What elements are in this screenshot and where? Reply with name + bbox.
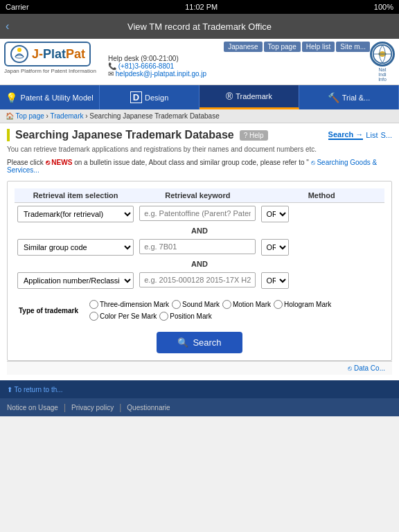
keyword-input-1[interactable] — [139, 206, 256, 221]
data-co-bar: ⎋ Data Co... — [7, 361, 392, 375]
keyword-input-2[interactable] — [139, 239, 256, 254]
main-nav: 💡 Patent & Utility Model D Design ® Trad… — [0, 85, 399, 109]
footer-sep-1: | — [64, 402, 66, 412]
method-select-3[interactable]: OR AND — [261, 272, 289, 289]
breadcrumb: 🏠 Top page › Trademark › Searching Japan… — [0, 109, 399, 123]
keyword-input-3[interactable] — [139, 272, 256, 287]
title-actions: Search → List S... — [328, 130, 392, 140]
news-link[interactable]: ⎋ NEWS — [46, 159, 73, 166]
method-select-1[interactable]: OR AND — [261, 206, 289, 222]
radio-three-dimension-input[interactable] — [89, 300, 98, 309]
battery-label: 100% — [374, 3, 393, 11]
phone-link[interactable]: (+81)3-6666-8801 — [118, 62, 174, 70]
retrieval-cell-3: Application number/Reclassification numb… — [15, 269, 136, 292]
registered-icon: ® — [226, 91, 233, 102]
radio-position-input[interactable] — [159, 312, 168, 321]
radio-hologram[interactable]: Hologram Mark — [274, 300, 331, 309]
page-content: Searching Japanese Trademark Database ? … — [0, 123, 399, 380]
table-row: Similar group code OR AND — [15, 236, 384, 258]
phone-icon: 📞 — [108, 62, 116, 70]
design-icon: D — [130, 91, 142, 103]
radio-group-1: Three-dimension Mark Sound Mark Motion M… — [89, 300, 380, 321]
trademark-types-label: Type of trademark — [16, 299, 85, 322]
logo-area: J-PlatPat Japan Platform for Patent Info… — [4, 42, 101, 74]
page-title: Searching Japanese Trademark Database — [15, 129, 234, 141]
breadcrumb-icon: 🏠 — [6, 112, 14, 120]
carrier-label: Carrier — [6, 3, 29, 11]
tab-design-label: Design — [145, 94, 168, 102]
radio-color[interactable]: Color Per Se Mark — [89, 312, 157, 321]
radio-motion[interactable]: Motion Mark — [222, 300, 271, 309]
svg-point-2 — [15, 55, 24, 58]
search-icon: 🔍 — [177, 337, 188, 348]
breadcrumb-trademark[interactable]: Trademark — [50, 112, 83, 120]
trademark-types-options: Three-dimension Mark Sound Mark Motion M… — [87, 299, 383, 322]
retrieval-cell-2: Similar group code — [15, 236, 136, 258]
logo-box: J-PlatPat — [4, 42, 91, 66]
list-action-link[interactable]: List — [366, 131, 378, 139]
nav-top-page[interactable]: Top page — [264, 42, 301, 52]
footer-notice-link[interactable]: Notice on Usage — [7, 404, 58, 411]
table-row: Application number/Reclassification numb… — [15, 269, 384, 292]
and-label-1: AND — [15, 225, 384, 236]
method-cell-2: OR AND — [258, 236, 384, 258]
col-header-method: Method — [258, 188, 384, 203]
footer-privacy-link[interactable]: Privacy policy — [71, 404, 114, 411]
method-select-2[interactable]: OR AND — [261, 239, 289, 256]
breadcrumb-current: Searching Japanese Trademark Database — [89, 112, 219, 120]
header: J-PlatPat Japan Platform for Patent Info… — [0, 39, 399, 85]
trial-icon: 🔨 — [328, 92, 339, 103]
page-title-row: Searching Japanese Trademark Database ? … — [7, 129, 392, 141]
breadcrumb-toppage[interactable]: Top page — [16, 112, 44, 120]
tab-trial[interactable]: 🔨 Trial &... — [299, 85, 399, 109]
radio-sound[interactable]: Sound Mark — [172, 300, 220, 309]
search-action-link[interactable]: Search → — [328, 130, 364, 140]
search-button[interactable]: 🔍 Search — [157, 332, 242, 353]
data-co-link[interactable]: ⎋ Data Co... — [348, 364, 385, 372]
retrieval-select-3[interactable]: Application number/Reclassification numb… — [17, 272, 134, 289]
keyword-cell-2 — [136, 236, 258, 258]
radio-hologram-input[interactable] — [274, 300, 283, 309]
nav-japanese[interactable]: Japanese — [224, 42, 262, 52]
search-button-label: Search — [193, 337, 221, 348]
and-row-2: AND — [15, 258, 384, 269]
helpdesk: Help desk (9:00-21:00) 📞 (+81)3-6666-880… — [108, 55, 370, 78]
search-btn-row: 🔍 Search — [15, 332, 384, 353]
back-button[interactable]: ‹ — [6, 20, 9, 33]
trademark-types-table: Type of trademark Three-dimension Mark S… — [15, 297, 384, 323]
tab-design[interactable]: D Design — [100, 85, 200, 109]
s-action-link[interactable]: S... — [380, 131, 392, 139]
table-row: Trademark(for retrieval) OR AND — [15, 203, 384, 226]
return-link[interactable]: ⬆ To return to th... — [7, 386, 63, 393]
radio-position[interactable]: Position Mark — [159, 312, 212, 321]
svg-point-1 — [17, 48, 21, 52]
and-label-2: AND — [15, 258, 384, 269]
radio-color-input[interactable] — [89, 312, 98, 321]
bottom-nav: ⬆ To return to th... — [0, 380, 399, 398]
help-button[interactable]: ? Help — [240, 130, 268, 141]
radio-three-dimension[interactable]: Three-dimension Mark — [89, 300, 169, 309]
footer-questionnaire-link[interactable]: Questionnarie — [127, 404, 170, 411]
tab-patent[interactable]: 💡 Patent & Utility Model — [0, 85, 100, 109]
tab-trademark-label: Trademark — [236, 92, 272, 100]
nav-site-map[interactable]: Site m... — [336, 42, 370, 52]
email-link[interactable]: helpdesk@j-platpat.inpit.go.jp — [116, 70, 206, 78]
news-section: Please click ⎋ NEWS on a bulletin issue … — [7, 159, 392, 174]
page-description: You can retrieve trademark applications … — [7, 145, 392, 153]
footer: Notice on Usage | Privacy policy | Quest… — [0, 398, 399, 416]
footer-sep-2: | — [119, 402, 121, 412]
retrieval-select-2[interactable]: Similar group code — [17, 239, 134, 256]
tab-trial-label: Trial &... — [342, 94, 371, 102]
nav-help-list[interactable]: Help list — [302, 42, 335, 52]
retrieval-select-1[interactable]: Trademark(for retrieval) — [17, 206, 134, 222]
logo-subtitle: Japan Platform for Patent Information — [4, 68, 96, 74]
title-bar: ‹ View TM record at Trademark Office — [0, 14, 399, 39]
radio-motion-input[interactable] — [222, 300, 231, 309]
radio-sound-input[interactable] — [172, 300, 181, 309]
tab-trademark[interactable]: ® Trademark — [200, 85, 299, 109]
email-icon: ✉ — [108, 70, 114, 78]
retrieval-cell-1: Trademark(for retrieval) — [15, 203, 136, 226]
time-label: 11:02 PM — [185, 3, 218, 11]
search-form: Retrieval item selection Retrieval keywo… — [7, 181, 392, 361]
tab-patent-label: Patent & Utility Model — [20, 94, 93, 102]
